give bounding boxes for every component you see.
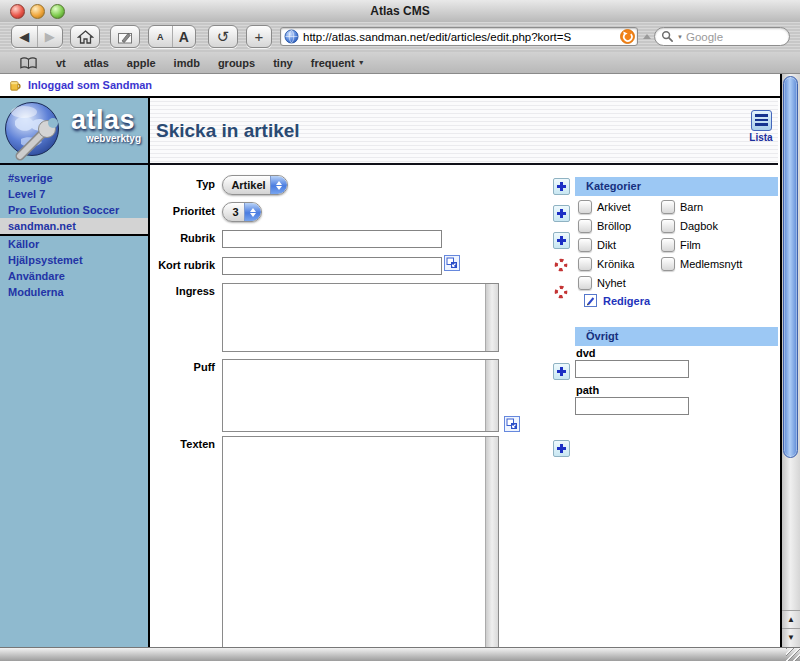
puff-field bbox=[222, 359, 499, 432]
snapback-icon[interactable] bbox=[620, 29, 635, 44]
add-button[interactable] bbox=[553, 232, 570, 249]
copy-icon[interactable] bbox=[444, 255, 460, 271]
scroll-down-button[interactable]: ▼ bbox=[782, 628, 800, 646]
rubrik-label: Rubrik bbox=[150, 232, 215, 244]
puff-scrollbar[interactable] bbox=[485, 360, 498, 431]
resize-grip[interactable] bbox=[786, 648, 800, 661]
bookmark-menu-frequent[interactable]: frequent ▼ bbox=[311, 57, 365, 69]
sidebar-item-pro-evolution-soccer[interactable]: Pro Evolution Soccer bbox=[0, 202, 148, 218]
back-button[interactable]: ◀ bbox=[12, 26, 37, 47]
scroll-up-icon: ▲ bbox=[787, 615, 795, 624]
checkbox-label: Krönika bbox=[597, 258, 634, 270]
home-icon bbox=[77, 29, 94, 45]
sidebar-item-level-7[interactable]: Level 7 bbox=[0, 186, 148, 202]
text-size-control: A A bbox=[148, 25, 196, 48]
ingress-scrollbar[interactable] bbox=[485, 284, 498, 351]
reload-button[interactable]: ↺ bbox=[208, 25, 238, 48]
smaller-text-label: A bbox=[157, 32, 164, 42]
checkbox-dikt[interactable] bbox=[578, 238, 592, 252]
checkbox-nyhet[interactable] bbox=[578, 276, 592, 290]
bookmark-tiny[interactable]: tiny bbox=[273, 57, 293, 69]
categories-title: Kategorier bbox=[586, 180, 641, 192]
checkbox-kronika[interactable] bbox=[578, 257, 592, 271]
edit-page-button[interactable] bbox=[110, 25, 140, 48]
checkbox-label: Arkivet bbox=[597, 201, 631, 213]
help-lifesaver-icon[interactable] bbox=[554, 285, 568, 299]
forward-button[interactable]: ▶ bbox=[37, 26, 63, 47]
scrollbar-thumb[interactable] bbox=[783, 76, 798, 458]
sidebar-item-modulerna[interactable]: Modulerna bbox=[0, 284, 148, 300]
globe-icon bbox=[284, 29, 299, 44]
browser-window: Atlas CMS ◀ ▶ A A ↺ + bbox=[0, 0, 800, 661]
redigera-link[interactable]: Redigera bbox=[584, 294, 650, 307]
kort-rubrik-label: Kort rubrik bbox=[150, 259, 215, 271]
larger-text-label: A bbox=[179, 29, 189, 45]
checkbox-dagbok[interactable] bbox=[661, 219, 675, 233]
checkbox-label: Medlemsnytt bbox=[680, 258, 742, 270]
sidebar: atlas webverktyg #sverige Level 7 Pro Ev… bbox=[0, 98, 148, 647]
bookmarks-bar: vt atlas apple imdb groups tiny frequent… bbox=[0, 52, 800, 74]
add-button[interactable] bbox=[553, 440, 570, 457]
redigera-label: Redigera bbox=[603, 295, 650, 307]
bookmark-menu-label: frequent bbox=[311, 57, 355, 69]
checkbox-label: Barn bbox=[680, 201, 703, 213]
sidebar-item-sandman-net[interactable]: sandman.net bbox=[0, 218, 148, 234]
mug-icon bbox=[8, 78, 22, 93]
main-content: Skicka in artikel Lista Typ Prioritet Ru… bbox=[150, 98, 778, 647]
pencil-page-icon bbox=[116, 29, 134, 45]
texten-scrollbar[interactable] bbox=[485, 437, 498, 647]
checkbox-medlemsnytt[interactable] bbox=[661, 257, 675, 271]
bookmark-apple[interactable]: apple bbox=[127, 57, 156, 69]
login-status-bar: Inloggad som Sandman bbox=[0, 74, 780, 96]
checkbox-brollop[interactable] bbox=[578, 219, 592, 233]
ingress-field bbox=[222, 283, 499, 352]
ovrigt-header: Övrigt bbox=[575, 327, 778, 346]
typ-value: Artikel bbox=[223, 179, 270, 191]
lista-button[interactable]: Lista bbox=[747, 110, 775, 143]
path-input[interactable] bbox=[575, 397, 689, 415]
prioritet-stepper[interactable]: 3 bbox=[222, 202, 262, 222]
kort-rubrik-input[interactable] bbox=[222, 257, 442, 275]
sidebar-nav: #sverige Level 7 Pro Evolution Soccer sa… bbox=[0, 165, 148, 300]
add-button[interactable] bbox=[553, 205, 570, 222]
bookmark-imdb[interactable]: imdb bbox=[174, 57, 200, 69]
rubrik-input[interactable] bbox=[222, 230, 442, 248]
copy-icon[interactable] bbox=[504, 416, 520, 432]
typ-select[interactable]: Artikel bbox=[222, 175, 288, 195]
scroll-up-button[interactable]: ▲ bbox=[782, 610, 800, 628]
ovrigt-title: Övrigt bbox=[586, 330, 618, 342]
category-row: Krönika Medlemsnytt bbox=[575, 257, 778, 272]
add-button[interactable] bbox=[553, 363, 570, 380]
sidebar-item-anvandare[interactable]: Användare bbox=[0, 268, 148, 284]
help-lifesaver-icon[interactable] bbox=[554, 258, 568, 272]
page-scrollbar[interactable]: ▲ ▼ bbox=[780, 74, 800, 647]
checkbox-label: Dikt bbox=[597, 239, 616, 251]
home-button[interactable] bbox=[70, 25, 100, 48]
path-label: path bbox=[576, 384, 599, 396]
ingress-textarea[interactable] bbox=[223, 284, 485, 351]
categories-header: Kategorier bbox=[575, 177, 778, 196]
add-bookmark-button[interactable]: + bbox=[246, 25, 272, 48]
add-button[interactable] bbox=[553, 178, 570, 195]
book-icon[interactable] bbox=[19, 56, 38, 70]
checkbox-arkivet[interactable] bbox=[578, 200, 592, 214]
sidebar-item-kallor[interactable]: Källor bbox=[0, 236, 148, 252]
atlas-logo[interactable]: atlas webverktyg bbox=[0, 98, 148, 165]
larger-text-button[interactable]: A bbox=[172, 26, 196, 47]
smaller-text-button[interactable]: A bbox=[149, 26, 172, 47]
dvd-label: dvd bbox=[576, 347, 596, 359]
texten-textarea[interactable] bbox=[223, 437, 485, 647]
dvd-input[interactable] bbox=[575, 360, 689, 378]
title-bar[interactable]: Atlas CMS bbox=[0, 0, 800, 23]
bookmark-groups[interactable]: groups bbox=[218, 57, 255, 69]
sidebar-item-sverige[interactable]: #sverige bbox=[0, 170, 148, 186]
sidebar-item-hjalpsystemet[interactable]: Hjälpsystemet bbox=[0, 252, 148, 268]
bookmark-atlas[interactable]: atlas bbox=[84, 57, 109, 69]
url-input[interactable]: http://atlas.sandman.net/edit/articles/e… bbox=[280, 27, 638, 46]
puff-textarea[interactable] bbox=[223, 360, 485, 431]
search-input[interactable]: ▼ Google bbox=[654, 27, 790, 46]
bookmark-vt[interactable]: vt bbox=[56, 57, 66, 69]
checkbox-barn[interactable] bbox=[661, 200, 675, 214]
checkbox-film[interactable] bbox=[661, 238, 675, 252]
plus-icon: + bbox=[255, 29, 264, 44]
